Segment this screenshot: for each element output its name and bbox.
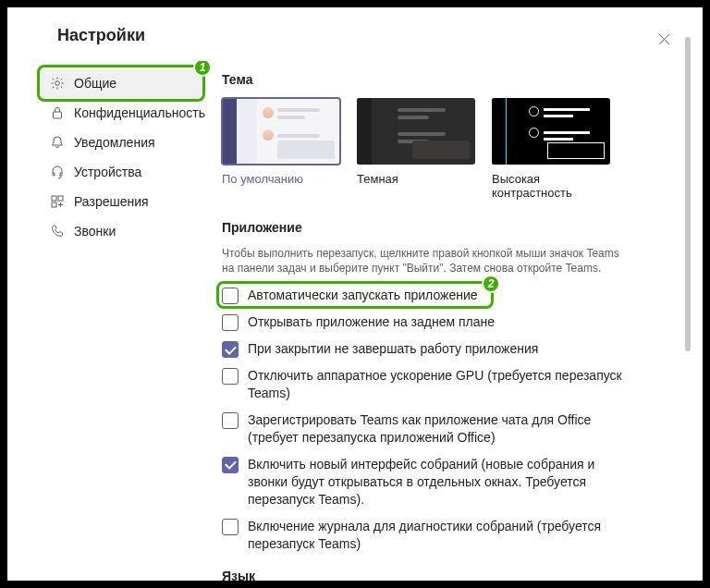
sidebar-item-permissions[interactable]: Разрешения [41,187,202,216]
settings-window: Настройки Общие 1 Конфиденциальность [7,7,703,581]
svg-rect-3 [58,196,63,201]
close-icon [658,33,670,45]
checkbox-disable-gpu[interactable]: Отключить аппаратное ускорение GPU (треб… [222,367,684,402]
theme-label: По умолчанию [222,172,340,186]
checkbox-label: Включить новый интерфейс собраний (новые… [248,456,627,508]
sidebar-item-label: Устройства [74,165,141,179]
theme-high-contrast[interactable]: Высокая контрастность [492,98,610,200]
theme-label: Высокая контрастность [492,172,610,200]
language-heading: Язык [222,569,684,581]
phone-icon [50,224,65,239]
lock-icon [50,105,65,120]
theme-preview-high-contrast [492,98,610,165]
page-title: Настройки [57,26,145,45]
svg-rect-1 [54,112,62,118]
bell-icon [50,135,65,150]
scrollbar[interactable] [685,37,691,551]
checkbox-input[interactable] [222,412,239,429]
sidebar-item-label: Разрешения [74,194,149,209]
headset-icon [50,165,65,179]
checkbox-label: При закрытии не завершать работу приложе… [248,340,538,358]
sidebar-item-label: Уведомления [74,135,155,150]
checkbox-input[interactable] [222,457,239,473]
annotation-badge-2: 2 [482,275,500,293]
theme-default[interactable]: По умолчанию [222,98,340,200]
header: Настройки [7,7,703,61]
sidebar-item-devices[interactable]: Устройства [41,157,202,187]
scrollbar-thumb[interactable] [685,37,691,351]
checkbox-input[interactable] [222,519,239,535]
checkbox-input[interactable] [222,368,239,385]
main-panel: Тема По умолчанию [202,61,703,581]
checkbox-meeting-diagnostics-log[interactable]: Включение журнала для диагностики собран… [222,518,684,553]
theme-dark[interactable]: Темная [357,98,475,200]
checkbox-keep-running[interactable]: При закрытии не завершать работу приложе… [222,340,684,358]
sidebar-item-privacy[interactable]: Конфиденциальность [41,98,202,128]
checkbox-auto-start[interactable]: Автоматически запускать приложение 2 [222,287,684,304]
close-button[interactable] [651,26,677,52]
checkbox-register-office-chat[interactable]: Зарегистрировать Teams как приложение ча… [222,411,684,447]
checkbox-input[interactable] [222,314,239,331]
theme-preview-dark [357,98,475,165]
theme-preview-default [222,98,340,165]
checkbox-label: Включение журнала для диагностики собран… [248,518,627,553]
checkbox-label: Открывать приложение на заднем плане [248,313,495,331]
application-section: Приложение Чтобы выполнить перезапуск, щ… [222,220,684,552]
theme-label: Темная [357,172,475,186]
sidebar-item-label: Звонки [74,224,116,239]
apps-icon [50,194,65,209]
checkbox-input[interactable] [222,341,239,358]
application-description: Чтобы выполнить перезапуск, щелкните пра… [222,246,629,276]
theme-heading: Тема [222,72,684,87]
sidebar-item-general[interactable]: Общие 1 [41,68,202,98]
svg-rect-4 [52,202,56,207]
checkbox-label: Отключить аппаратное ускорение GPU (треб… [248,367,627,402]
checkbox-label: Зарегистрировать Teams как приложение ча… [248,411,627,447]
gear-icon [50,76,65,91]
checkbox-label: Автоматически запускать приложение [248,287,478,304]
sidebar-item-notifications[interactable]: Уведомления [41,128,202,157]
checkbox-new-meeting-experience[interactable]: Включить новый интерфейс собраний (новые… [222,456,684,508]
sidebar: Общие 1 Конфиденциальность Уведомления [7,61,202,581]
sidebar-item-label: Общие [74,76,116,91]
body: Общие 1 Конфиденциальность Уведомления [7,61,703,581]
svg-point-0 [55,81,60,86]
application-heading: Приложение [222,220,684,235]
checkbox-input[interactable] [222,288,239,304]
theme-options: По умолчанию Темная [222,98,684,200]
svg-rect-2 [52,196,56,201]
sidebar-item-label: Конфиденциальность [74,105,205,120]
checkbox-open-background[interactable]: Открывать приложение на заднем плане [222,313,684,331]
sidebar-item-calls[interactable]: Звонки [41,216,202,246]
